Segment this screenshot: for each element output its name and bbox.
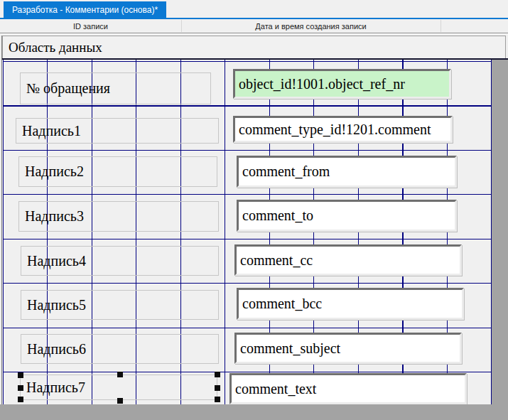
selection-handle-bottom-middle[interactable]	[117, 398, 123, 404]
form-designer-window: Разработка - Комментарии (основа)* ID за…	[0, 0, 508, 420]
designer-label-2[interactable]: Надпись2	[18, 156, 217, 187]
designer-label-object-ref[interactable]: № обращения	[20, 72, 211, 104]
selection-handle-middle-right[interactable]	[215, 385, 220, 391]
column-separator	[181, 20, 182, 32]
tab-development-comments[interactable]: Разработка - Комментарии (основа)*	[4, 1, 166, 18]
design-grid-canvas[interactable]: № обращения object_id!1001.object_ref_nr…	[3, 60, 492, 404]
designer-label-7[interactable]: Надпись7	[20, 375, 217, 400]
selection-handle-top-left[interactable]	[18, 372, 23, 378]
designer-field-comment-text[interactable]: comment_text	[229, 373, 467, 404]
column-separator	[441, 20, 441, 32]
selection-handle-bottom-right[interactable]	[215, 397, 220, 402]
canvas-bottom-gutter	[0, 404, 508, 420]
designer-label-6[interactable]: Надпись6	[21, 334, 219, 364]
designer-field-comment-from[interactable]: comment_from	[237, 156, 457, 188]
designer-field-comment-cc[interactable]: comment_cc	[234, 244, 462, 276]
data-area-band-title: Область данных	[9, 40, 102, 55]
designer-label-5[interactable]: Надпись5	[21, 290, 219, 320]
designer-label-1[interactable]: Надпись1	[16, 118, 219, 144]
designer-label-4[interactable]: Надпись4	[21, 246, 219, 276]
selection-handle-top-middle[interactable]	[117, 372, 123, 377]
header-groove-highlight	[0, 33, 508, 34]
designer-field-comment-type[interactable]: comment_type_id!1201.comment	[233, 116, 453, 143]
canvas-right-gutter	[492, 60, 508, 404]
designer-field-comment-to[interactable]: comment_to	[237, 200, 457, 232]
selection-handle-bottom-left[interactable]	[18, 397, 23, 402]
column-header-band: ID записи Дата и время создания записи	[0, 19, 508, 33]
selection-handle-top-right[interactable]	[215, 372, 220, 377]
designer-field-comment-subject[interactable]: comment_subject	[234, 333, 462, 364]
designer-field-object-ref[interactable]: object_id!1001.object_ref_nr	[233, 69, 451, 99]
column-header-record-id: ID записи	[0, 19, 181, 33]
column-header-record-datetime: Дата и время создания записи	[181, 19, 441, 33]
designer-label-3[interactable]: Надпись3	[18, 201, 219, 232]
canvas-left-border	[1, 36, 2, 404]
designer-field-comment-bcc[interactable]: comment_bcc	[237, 288, 464, 320]
selection-handle-middle-left[interactable]	[18, 385, 23, 391]
tab-title: Разработка - Комментарии (основа)*	[12, 5, 158, 15]
data-area-band-header[interactable]: Область данных	[2, 36, 506, 58]
